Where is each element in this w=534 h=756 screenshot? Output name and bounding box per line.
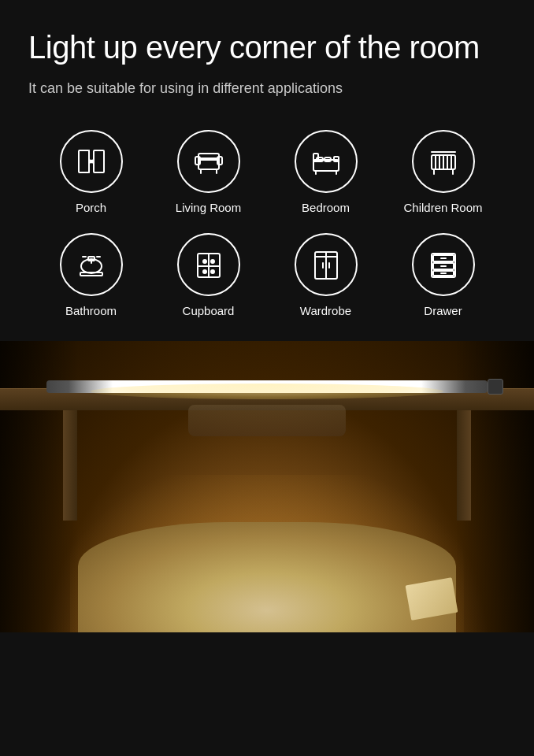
- icon-circle-living-room: [177, 130, 240, 193]
- icon-label-drawer: Drawer: [424, 304, 462, 317]
- svg-rect-0: [79, 150, 89, 172]
- led-sensor: [488, 379, 503, 395]
- icon-circle-porch: [60, 130, 123, 193]
- icon-item-drawer: Drawer: [388, 233, 498, 317]
- top-section: Light up every corner of the room It can…: [0, 0, 534, 341]
- porch-icon: [74, 144, 109, 179]
- svg-point-4: [91, 161, 94, 163]
- icon-item-cupboard: Cupboard: [154, 233, 263, 317]
- bathroom-icon: [74, 247, 109, 282]
- led-bar-container: [46, 380, 488, 393]
- icons-grid: Porch: [28, 130, 506, 317]
- icon-label-cupboard: Cupboard: [183, 304, 235, 317]
- cupboard-icon: [191, 247, 226, 282]
- icon-label-porch: Porch: [76, 201, 106, 214]
- icon-label-living-room: Living Room: [176, 201, 241, 214]
- bed-icon: [309, 144, 343, 179]
- icon-item-porch: Porch: [36, 130, 146, 214]
- page-wrapper: Light up every corner of the room It can…: [0, 0, 534, 756]
- sofa-icon: [191, 144, 226, 179]
- svg-point-38: [203, 270, 206, 273]
- icon-circle-children-room: [412, 130, 475, 193]
- icon-item-living-room: Living Room: [154, 130, 263, 214]
- icon-item-children-room: Children Room: [388, 130, 498, 214]
- icon-item-bedroom: Bedroom: [271, 130, 380, 214]
- led-bar: [46, 380, 488, 393]
- svg-point-36: [203, 260, 206, 263]
- subtitle: It can be suitable for using in differen…: [28, 79, 506, 98]
- icon-label-wardrobe: Wardrobe: [300, 304, 351, 317]
- led-glow: [91, 384, 443, 399]
- svg-point-39: [211, 270, 214, 273]
- icon-circle-bathroom: [60, 233, 123, 296]
- svg-rect-1: [94, 150, 104, 172]
- cushion: [188, 405, 346, 436]
- wardrobe-icon: [309, 247, 343, 282]
- icon-label-children-room: Children Room: [403, 201, 482, 214]
- icon-circle-drawer: [412, 233, 475, 296]
- icon-circle-bedroom: [295, 130, 358, 193]
- icon-label-bathroom: Bathroom: [65, 304, 117, 317]
- icon-item-wardrobe: Wardrobe: [271, 233, 380, 317]
- drawer-icon: [426, 247, 461, 282]
- room-photo-section: [0, 341, 534, 632]
- rug: [78, 522, 456, 632]
- main-title: Light up every corner of the room: [28, 28, 506, 66]
- icon-circle-wardrobe: [295, 233, 358, 296]
- svg-point-37: [211, 260, 214, 263]
- crib-icon: [426, 144, 461, 179]
- icon-item-bathroom: Bathroom: [36, 233, 146, 317]
- icon-circle-cupboard: [177, 233, 240, 296]
- icon-label-bedroom: Bedroom: [302, 201, 350, 214]
